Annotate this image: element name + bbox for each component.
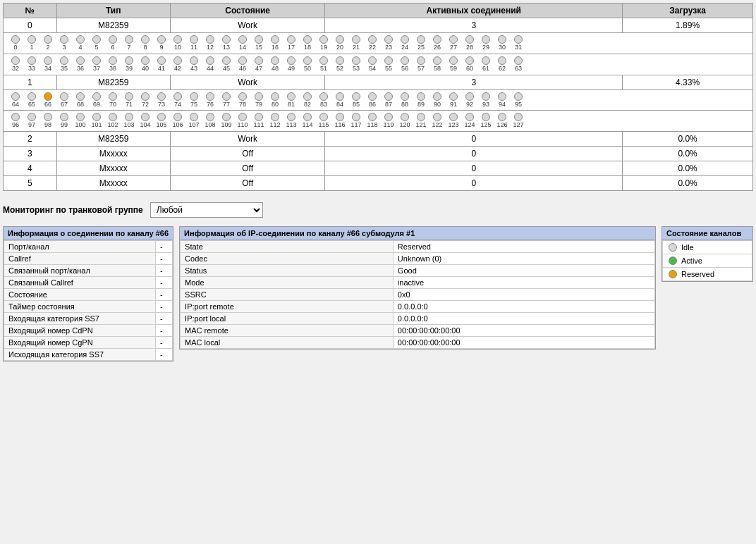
channel-97[interactable]: 97: [24, 113, 39, 129]
channel-20[interactable]: 20: [332, 35, 348, 51]
channel-1[interactable]: 1: [24, 35, 39, 51]
channel-110[interactable]: 110: [235, 113, 250, 129]
channel-80[interactable]: 80: [267, 92, 283, 109]
channel-125[interactable]: 125: [478, 113, 494, 129]
channel-63[interactable]: 63: [511, 56, 526, 73]
channel-77[interactable]: 77: [219, 92, 234, 109]
channel-62[interactable]: 62: [494, 56, 510, 73]
channel-106[interactable]: 106: [170, 113, 185, 129]
channel-27[interactable]: 27: [446, 35, 461, 51]
channel-49[interactable]: 49: [284, 56, 299, 73]
channel-107[interactable]: 107: [186, 113, 202, 129]
channel-46[interactable]: 46: [235, 56, 250, 73]
channel-115[interactable]: 115: [316, 113, 331, 129]
channel-104[interactable]: 104: [138, 113, 153, 129]
channel-121[interactable]: 121: [413, 113, 429, 129]
channel-51[interactable]: 51: [316, 56, 331, 73]
channel-15[interactable]: 15: [251, 35, 267, 51]
channel-29[interactable]: 29: [478, 35, 494, 51]
channel-28[interactable]: 28: [462, 35, 477, 51]
channel-10[interactable]: 10: [170, 35, 185, 51]
channel-42[interactable]: 42: [170, 56, 185, 73]
channel-22[interactable]: 22: [365, 35, 380, 51]
channel-91[interactable]: 91: [446, 92, 461, 109]
channel-54[interactable]: 54: [365, 56, 380, 73]
channel-37[interactable]: 37: [89, 56, 104, 73]
channel-88[interactable]: 88: [397, 92, 413, 109]
channel-33[interactable]: 33: [24, 56, 39, 73]
channel-85[interactable]: 85: [348, 92, 364, 109]
channel-112[interactable]: 112: [267, 113, 283, 129]
channel-98[interactable]: 98: [40, 113, 56, 129]
channel-5[interactable]: 5: [89, 35, 104, 51]
channel-66[interactable]: 66: [40, 92, 56, 109]
channel-8[interactable]: 8: [138, 35, 153, 51]
channel-105[interactable]: 105: [154, 113, 169, 129]
channel-89[interactable]: 89: [413, 92, 429, 109]
channel-118[interactable]: 118: [365, 113, 380, 129]
channel-116[interactable]: 116: [332, 113, 348, 129]
channel-100[interactable]: 100: [73, 113, 88, 129]
channel-23[interactable]: 23: [381, 35, 396, 51]
channel-86[interactable]: 86: [365, 92, 380, 109]
channel-127[interactable]: 127: [511, 113, 526, 129]
channel-123[interactable]: 123: [446, 113, 461, 129]
channel-39[interactable]: 39: [121, 56, 137, 73]
channel-30[interactable]: 30: [494, 35, 510, 51]
channel-101[interactable]: 101: [89, 113, 104, 129]
channel-93[interactable]: 93: [478, 92, 494, 109]
channel-92[interactable]: 92: [462, 92, 477, 109]
channel-6[interactable]: 6: [105, 35, 121, 51]
channel-16[interactable]: 16: [267, 35, 283, 51]
channel-74[interactable]: 74: [170, 92, 185, 109]
channel-38[interactable]: 38: [105, 56, 121, 73]
channel-56[interactable]: 56: [397, 56, 413, 73]
channel-94[interactable]: 94: [494, 92, 510, 109]
channel-113[interactable]: 113: [284, 113, 299, 129]
channel-87[interactable]: 87: [381, 92, 396, 109]
channel-17[interactable]: 17: [284, 35, 299, 51]
channel-47[interactable]: 47: [251, 56, 267, 73]
channel-81[interactable]: 81: [284, 92, 299, 109]
channel-108[interactable]: 108: [202, 113, 218, 129]
channel-31[interactable]: 31: [511, 35, 526, 51]
channel-95[interactable]: 95: [511, 92, 526, 109]
channel-75[interactable]: 75: [186, 92, 202, 109]
channel-103[interactable]: 103: [121, 113, 137, 129]
channel-109[interactable]: 109: [219, 113, 234, 129]
channel-44[interactable]: 44: [202, 56, 218, 73]
channel-90[interactable]: 90: [429, 92, 445, 109]
channel-99[interactable]: 99: [56, 113, 72, 129]
channel-83[interactable]: 83: [316, 92, 331, 109]
channel-126[interactable]: 126: [494, 113, 510, 129]
channel-122[interactable]: 122: [429, 113, 445, 129]
channel-124[interactable]: 124: [462, 113, 477, 129]
channel-11[interactable]: 11: [186, 35, 202, 51]
channel-36[interactable]: 36: [73, 56, 88, 73]
channel-21[interactable]: 21: [348, 35, 364, 51]
channel-41[interactable]: 41: [154, 56, 169, 73]
channel-2[interactable]: 2: [40, 35, 56, 51]
channel-3[interactable]: 3: [56, 35, 72, 51]
channel-67[interactable]: 67: [56, 92, 72, 109]
channel-9[interactable]: 9: [154, 35, 169, 51]
channel-120[interactable]: 120: [397, 113, 413, 129]
channel-55[interactable]: 55: [381, 56, 396, 73]
channel-69[interactable]: 69: [89, 92, 104, 109]
channel-52[interactable]: 52: [332, 56, 348, 73]
channel-119[interactable]: 119: [381, 113, 396, 129]
channel-7[interactable]: 7: [121, 35, 137, 51]
channel-64[interactable]: 64: [8, 92, 23, 109]
channel-59[interactable]: 59: [446, 56, 461, 73]
channel-72[interactable]: 72: [138, 92, 153, 109]
channel-111[interactable]: 111: [251, 113, 267, 129]
channel-24[interactable]: 24: [397, 35, 413, 51]
channel-40[interactable]: 40: [138, 56, 153, 73]
channel-68[interactable]: 68: [73, 92, 88, 109]
channel-45[interactable]: 45: [219, 56, 234, 73]
channel-19[interactable]: 19: [316, 35, 331, 51]
channel-35[interactable]: 35: [56, 56, 72, 73]
channel-0[interactable]: 0: [8, 35, 23, 51]
channel-4[interactable]: 4: [73, 35, 88, 51]
channel-43[interactable]: 43: [186, 56, 202, 73]
